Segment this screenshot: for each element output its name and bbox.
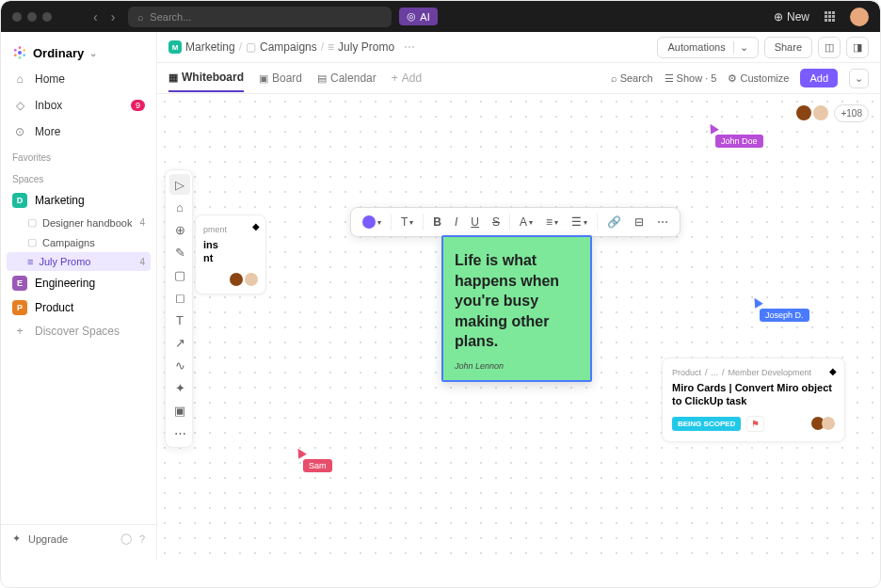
- sticky-note[interactable]: Life is what happens when you're busy ma…: [441, 235, 592, 382]
- avatar-overflow[interactable]: +108: [834, 104, 869, 122]
- underline-button[interactable]: U: [465, 212, 485, 232]
- nav-inbox[interactable]: ◇Inbox9: [1, 92, 156, 119]
- status-tag[interactable]: BEING SCOPED: [672, 417, 741, 431]
- more-icon: ⊙: [12, 124, 27, 139]
- select-tool[interactable]: ▷: [169, 174, 190, 195]
- space-product[interactable]: PProduct: [1, 295, 156, 320]
- strike-button[interactable]: S: [487, 212, 505, 232]
- home-tool[interactable]: ⌂: [169, 197, 190, 217]
- avatar[interactable]: [794, 103, 813, 122]
- more-icon[interactable]: ⋯: [404, 40, 415, 54]
- search-input[interactable]: ⌕ Search...: [128, 7, 392, 27]
- collab-cursor: Sam: [303, 459, 332, 472]
- task-card-partial[interactable]: ◆ pment insnt: [195, 215, 266, 294]
- space-icon: M: [168, 40, 182, 54]
- svg-point-3: [23, 54, 25, 56]
- ai-button[interactable]: ◎AI: [399, 8, 437, 25]
- tab-whiteboard[interactable]: ▦Whiteboard: [168, 64, 244, 92]
- connector-tool[interactable]: ↗: [169, 332, 190, 353]
- inbox-badge: 9: [131, 100, 145, 111]
- show-button[interactable]: ☰ Show · 5: [665, 72, 717, 85]
- discover-spaces[interactable]: +Discover Spaces: [1, 320, 156, 342]
- chevron-down-icon: ⌄: [89, 48, 97, 58]
- bold-button[interactable]: B: [427, 212, 447, 232]
- sticky-quote[interactable]: Life is what happens when you're busy ma…: [455, 250, 579, 352]
- flag-icon[interactable]: ⚑: [746, 416, 764, 432]
- help-icon[interactable]: ?: [139, 533, 145, 545]
- user-icon[interactable]: ◯: [120, 532, 132, 545]
- user-avatar[interactable]: [850, 8, 869, 26]
- tab-add[interactable]: +Add: [392, 65, 422, 91]
- text-tool[interactable]: T: [169, 310, 190, 330]
- window-controls[interactable]: [12, 12, 52, 22]
- list-icon: ≡: [328, 40, 334, 54]
- nav-more[interactable]: ⊙More: [1, 119, 156, 145]
- apps-icon[interactable]: [825, 11, 835, 22]
- automations-button[interactable]: Automations⌄: [657, 37, 758, 58]
- filter-icon: ☰: [665, 72, 674, 84]
- web-tool[interactable]: ⊕: [169, 219, 190, 240]
- more-format[interactable]: ⋯: [651, 212, 674, 232]
- color-picker[interactable]: ▾: [357, 212, 387, 232]
- search-placeholder: Search...: [150, 11, 191, 23]
- pen-tool[interactable]: ✎: [169, 242, 190, 262]
- collaborator-avatars[interactable]: +108: [800, 103, 869, 122]
- text-style[interactable]: T▾: [395, 212, 419, 232]
- whiteboard-canvas[interactable]: +108 ▷ ⌂ ⊕ ✎ ▢ ◻ T ↗ ∿ ✦ ▣ ⋯ ◆ pment ins…: [157, 94, 880, 560]
- svg-point-0: [18, 51, 22, 55]
- nav-home[interactable]: ⌂Home: [1, 66, 156, 92]
- whiteboard-icon: ▦: [168, 72, 178, 84]
- expand-icon[interactable]: ◨: [846, 37, 869, 58]
- home-icon: ⌂: [12, 72, 27, 87]
- text-color[interactable]: A▾: [514, 212, 538, 232]
- format-toolbar: ▾ T▾ B I U S A▾ ≡▾ ☰▾ 🔗 ⊟ ⋯: [350, 207, 681, 237]
- more-tools[interactable]: ⋯: [169, 422, 190, 443]
- space-marketing[interactable]: DMarketing: [1, 188, 156, 213]
- forward-icon: ›: [105, 8, 121, 26]
- bell-icon[interactable]: ◫: [818, 37, 841, 58]
- sidebar-item-campaigns[interactable]: ▢Campaigns: [1, 232, 156, 252]
- svg-point-4: [19, 56, 22, 59]
- gear-icon: ⚙: [728, 72, 737, 84]
- calendar-icon: ▤: [317, 72, 327, 85]
- workspace-selector[interactable]: Ordinary ⌄: [1, 40, 156, 66]
- tab-board[interactable]: ▣Board: [259, 65, 302, 91]
- stamp-tool[interactable]: ✦: [169, 377, 190, 398]
- link-button[interactable]: 🔗: [601, 212, 627, 232]
- flow-tool[interactable]: ∿: [169, 355, 190, 375]
- tab-calendar[interactable]: ▤Calendar: [317, 65, 376, 91]
- space-icon: D: [12, 193, 27, 208]
- logo-icon: [12, 45, 27, 60]
- favorites-header: Favorites: [1, 145, 156, 167]
- add-button[interactable]: Add: [800, 69, 838, 87]
- card-breadcrumb: Product/.../Member Development: [672, 368, 835, 377]
- image-tool[interactable]: ▣: [169, 400, 190, 421]
- new-button[interactable]: ⊕New: [774, 10, 809, 24]
- unlink-button[interactable]: ⊟: [629, 212, 649, 232]
- nav-arrows[interactable]: ‹›: [88, 8, 120, 26]
- shape-tool[interactable]: ▢: [169, 264, 190, 285]
- collab-cursor: John Doe: [715, 135, 763, 148]
- customize-button[interactable]: ⚙ Customize: [728, 72, 789, 85]
- upgrade-link[interactable]: Upgrade: [28, 533, 68, 545]
- workspace-name: Ordinary: [33, 46, 84, 60]
- clickup-icon: ◆: [829, 366, 837, 376]
- list-button[interactable]: ☰▾: [566, 212, 593, 232]
- titlebar: ‹› ⌕ Search... ◎AI ⊕New: [1, 1, 880, 32]
- sidebar-item-handbook[interactable]: ▢Designer handbook4: [1, 213, 156, 232]
- search-button[interactable]: ⌕ Search: [611, 72, 653, 84]
- chevron-down-icon[interactable]: ⌄: [849, 69, 869, 88]
- space-engineering[interactable]: EEngineering: [1, 271, 156, 295]
- share-button[interactable]: Share: [764, 37, 812, 58]
- breadcrumb[interactable]: M Marketing/ ▢ Campaigns/ ≡ July Promo ⋯: [168, 40, 415, 54]
- italic-button[interactable]: I: [449, 212, 463, 232]
- sidebar-item-july-promo[interactable]: ≡July Promo4: [7, 252, 151, 271]
- svg-point-6: [14, 49, 17, 52]
- sidebar-footer: ✦ Upgrade ◯ ?: [1, 524, 156, 552]
- sticky-author[interactable]: John Lennon: [455, 361, 579, 371]
- align-button[interactable]: ≡▾: [540, 212, 564, 232]
- avatar: [245, 273, 258, 286]
- note-tool[interactable]: ◻: [169, 287, 190, 308]
- task-card[interactable]: ◆ Product/.../Member Development Miro Ca…: [662, 358, 845, 442]
- avatar[interactable]: [811, 103, 830, 122]
